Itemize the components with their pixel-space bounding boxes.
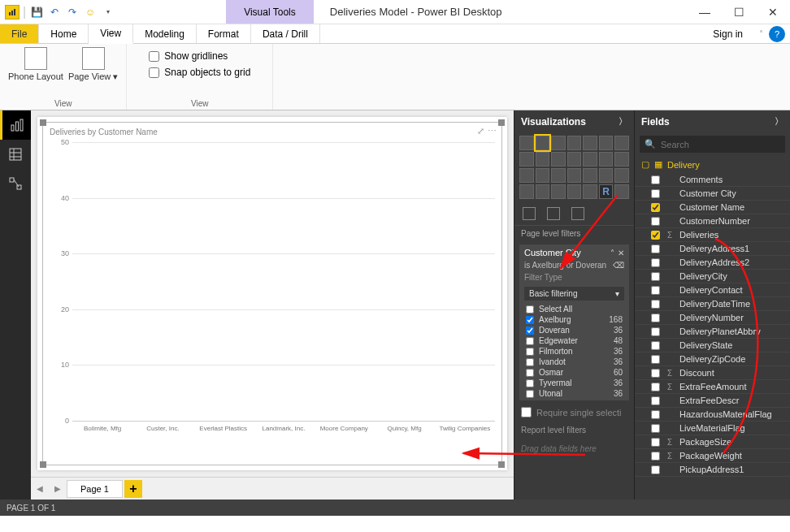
fields-search[interactable]: 🔍 xyxy=(640,136,785,153)
viz-type-icon[interactable] xyxy=(567,184,582,199)
qat-dropdown-icon[interactable]: ▾ xyxy=(101,5,115,19)
snap-to-grid-checkbox[interactable]: Snap objects to grid xyxy=(149,67,250,78)
bar-chart-visual[interactable]: Deliveries by Customer Name ⤢ ⋯ 01020304… xyxy=(42,122,502,465)
filter-value-item[interactable]: Edgewater48 xyxy=(519,335,629,346)
field-item[interactable]: DeliveryZipCode xyxy=(635,353,790,366)
viz-type-icon[interactable] xyxy=(551,184,566,199)
field-item[interactable]: DeliveryAddress1 xyxy=(635,242,790,256)
field-item[interactable]: DeliveryNumber xyxy=(635,311,790,325)
field-item[interactable]: Comments xyxy=(635,173,790,187)
data-view-button[interactable] xyxy=(0,140,31,169)
viz-type-icon[interactable] xyxy=(519,184,534,199)
viz-type-icon[interactable] xyxy=(536,136,550,150)
fields-well-icon[interactable] xyxy=(523,207,536,220)
maximize-button[interactable]: ☐ xyxy=(722,0,756,24)
table-node[interactable]: ▢▦Delivery xyxy=(635,156,790,173)
field-item[interactable]: DeliveryAddress2 xyxy=(635,256,790,270)
viz-type-icon[interactable] xyxy=(519,136,534,150)
field-item[interactable]: Customer Name xyxy=(635,201,790,214)
collapse-filter-icon[interactable]: ˄ xyxy=(610,249,614,257)
viz-type-icon[interactable] xyxy=(551,152,566,167)
save-icon[interactable]: 💾 xyxy=(29,5,44,19)
filter-value-item[interactable]: Osmar60 xyxy=(519,367,629,378)
field-item[interactable]: ΣPackageWeight xyxy=(635,449,790,463)
help-icon[interactable]: ? xyxy=(769,26,785,42)
viz-type-icon[interactable] xyxy=(599,168,614,183)
next-page-icon[interactable]: ▶ xyxy=(49,484,67,493)
field-item[interactable]: DeliveryContact xyxy=(635,283,790,297)
viz-type-icon[interactable] xyxy=(599,136,614,150)
tab-view[interactable]: View xyxy=(89,24,133,44)
model-view-button[interactable] xyxy=(0,169,31,198)
field-item[interactable]: ΣExtraFeeAmount xyxy=(635,380,790,394)
viz-type-icon[interactable] xyxy=(599,152,614,167)
field-item[interactable]: CustomerNumber xyxy=(635,214,790,228)
viz-type-icon[interactable] xyxy=(583,184,597,199)
tab-file[interactable]: File xyxy=(0,24,39,43)
viz-type-icon[interactable] xyxy=(551,136,566,150)
field-item[interactable]: ΣPackageSize xyxy=(635,435,790,449)
remove-filter-icon[interactable]: ✕ xyxy=(618,249,624,257)
viz-type-icon[interactable] xyxy=(614,184,629,199)
filter-value-item[interactable]: Tyvermal36 xyxy=(519,378,629,388)
field-item[interactable]: PickupAddress1 xyxy=(635,463,790,477)
viz-type-icon[interactable] xyxy=(536,184,550,199)
viz-type-icon[interactable] xyxy=(614,152,629,167)
field-item[interactable]: DeliveryCity xyxy=(635,270,790,283)
filter-value-item[interactable]: Ivandot36 xyxy=(519,357,629,367)
filter-value-item[interactable]: Filmorton36 xyxy=(519,346,629,357)
filter-select-all[interactable]: Select All xyxy=(519,304,629,314)
viz-type-icon[interactable] xyxy=(583,168,597,183)
viz-type-icon[interactable] xyxy=(567,168,582,183)
viz-type-icon[interactable] xyxy=(519,152,534,167)
viz-type-icon[interactable] xyxy=(614,136,629,150)
filter-mode-select[interactable]: Basic filtering▾ xyxy=(524,287,624,301)
viz-type-icon[interactable] xyxy=(583,136,597,150)
field-item[interactable]: DeliveryState xyxy=(635,339,790,353)
undo-icon[interactable]: ↶ xyxy=(47,5,62,19)
tab-modeling[interactable]: Modeling xyxy=(133,24,197,43)
report-view-button[interactable] xyxy=(0,110,31,140)
filter-value-item[interactable]: Doveran36 xyxy=(519,325,629,335)
viz-type-icon[interactable] xyxy=(583,152,597,167)
canvas-page[interactable]: Deliveries by Customer Name ⤢ ⋯ 01020304… xyxy=(37,117,507,470)
page-tab-1[interactable]: Page 1 xyxy=(67,480,123,498)
sign-in-link[interactable]: Sign in xyxy=(703,24,753,43)
require-single-selection-checkbox[interactable]: Require single selecti xyxy=(521,407,627,417)
more-options-icon[interactable]: ⋯ xyxy=(488,126,497,136)
redo-icon[interactable]: ↷ xyxy=(65,5,80,19)
viz-type-icon[interactable] xyxy=(614,168,629,183)
clear-filter-icon[interactable]: ⌫ xyxy=(613,261,624,270)
resize-handle[interactable] xyxy=(498,461,505,468)
viz-type-icon[interactable]: R xyxy=(599,184,614,199)
viz-type-icon[interactable] xyxy=(536,168,550,183)
viz-type-icon[interactable] xyxy=(567,136,582,150)
field-item[interactable]: ExtraFeeDescr xyxy=(635,394,790,408)
field-item[interactable]: ΣDeliveries xyxy=(635,228,790,242)
viz-type-icon[interactable] xyxy=(551,168,566,183)
field-item[interactable]: Customer City xyxy=(635,187,790,201)
viz-type-icon[interactable] xyxy=(567,152,582,167)
smiley-icon[interactable]: ☺ xyxy=(83,5,98,19)
tab-format[interactable]: Format xyxy=(197,24,251,43)
analytics-icon[interactable] xyxy=(571,207,584,220)
field-item[interactable]: ΣDiscount xyxy=(635,366,790,380)
tab-data-drill[interactable]: Data / Drill xyxy=(251,24,320,43)
collapse-ribbon-icon[interactable]: ˄ xyxy=(753,24,769,43)
tab-home[interactable]: Home xyxy=(39,24,89,43)
filter-value-item[interactable]: Utonal36 xyxy=(519,388,629,399)
field-item[interactable]: DeliveryDateTime xyxy=(635,297,790,311)
phone-layout-button[interactable]: Phone Layout xyxy=(8,47,63,81)
field-item[interactable]: HazardousMaterialFlag xyxy=(635,408,790,422)
format-icon[interactable] xyxy=(547,207,560,220)
prev-page-icon[interactable]: ◀ xyxy=(31,484,49,493)
field-item[interactable]: LiveMaterialFlag xyxy=(635,422,790,435)
field-item[interactable]: DeliveryPlanetAbbrv xyxy=(635,325,790,339)
collapse-fields-pane-icon[interactable]: 〉 xyxy=(775,115,783,128)
filter-value-item[interactable]: Axelburg168 xyxy=(519,314,629,325)
focus-mode-icon[interactable]: ⤢ xyxy=(477,126,484,136)
viz-type-icon[interactable] xyxy=(536,152,550,167)
resize-handle[interactable] xyxy=(40,461,46,468)
show-gridlines-checkbox[interactable]: Show gridlines xyxy=(149,50,250,62)
page-view-button[interactable]: Page View ▾ xyxy=(68,47,118,82)
